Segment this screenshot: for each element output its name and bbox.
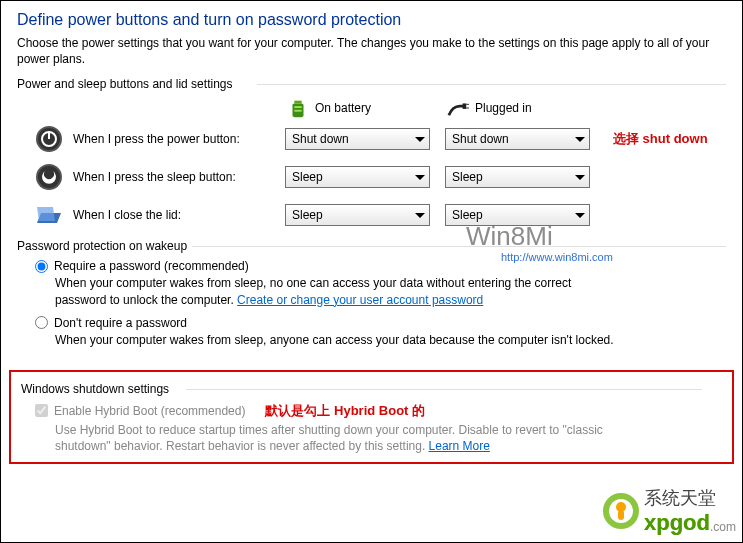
lid-battery-combo[interactable]: Sleep [285, 204, 430, 226]
chevron-down-icon [575, 137, 585, 142]
power-battery-combo[interactable]: Shut down [285, 128, 430, 150]
page-title: Define power buttons and turn on passwor… [17, 11, 726, 29]
power-plugged-combo[interactable]: Shut down [445, 128, 590, 150]
no-password-desc: When your computer wakes from sleep, any… [55, 332, 623, 348]
column-headers: On battery Plugged in [287, 97, 726, 119]
hybrid-boot-desc: Use Hybrid Boot to reduce startup times … [55, 422, 623, 454]
svg-rect-2 [294, 107, 301, 109]
hybrid-boot-checkbox[interactable] [35, 404, 48, 417]
annotation-hybrid: 默认是勾上 Hybrid Boot 的 [265, 402, 425, 420]
power-button-label: When I press the power button: [73, 132, 285, 146]
chevron-down-icon [415, 137, 425, 142]
power-button-icon [35, 125, 63, 153]
sleep-button-label: When I press the sleep button: [73, 170, 285, 184]
section-shutdown-label: Windows shutdown settings [21, 382, 722, 396]
no-password-radio[interactable] [35, 316, 48, 329]
svg-point-15 [616, 502, 626, 512]
lid-label: When I close the lid: [73, 208, 285, 222]
col-battery-label: On battery [315, 101, 371, 115]
section-buttons-label: Power and sleep buttons and lid settings [17, 77, 726, 91]
create-password-link[interactable]: Create or change your user account passw… [237, 293, 483, 307]
chevron-down-icon [415, 213, 425, 218]
lid-plugged-combo[interactable]: Sleep [445, 204, 590, 226]
learn-more-link[interactable]: Learn More [429, 439, 490, 453]
svg-rect-4 [463, 104, 467, 110]
plug-icon [447, 97, 469, 119]
svg-point-13 [603, 493, 639, 529]
svg-point-12 [38, 166, 60, 188]
require-password-radio[interactable] [35, 260, 48, 273]
chevron-down-icon [575, 175, 585, 180]
require-password-label: Require a password (recommended) [54, 259, 249, 273]
lid-icon [35, 201, 63, 229]
col-plugged-label: Plugged in [475, 101, 532, 115]
battery-icon [287, 97, 309, 119]
sleep-plugged-combo[interactable]: Sleep [445, 166, 590, 188]
svg-rect-16 [618, 510, 624, 520]
hybrid-boot-label: Enable Hybrid Boot (recommended) [54, 404, 245, 418]
svg-rect-3 [294, 110, 301, 112]
sleep-button-icon [35, 163, 63, 191]
sleep-battery-combo[interactable]: Sleep [285, 166, 430, 188]
svg-rect-0 [294, 101, 301, 104]
chevron-down-icon [415, 175, 425, 180]
chevron-down-icon [575, 213, 585, 218]
page-description: Choose the power settings that you want … [17, 35, 726, 67]
site-logo: 系统天堂 xpgod.com [602, 486, 736, 536]
no-password-label: Don't require a password [54, 316, 187, 330]
annotation-shutdown: 选择 shut down [613, 130, 708, 148]
svg-point-14 [609, 499, 633, 523]
highlight-box: Windows shutdown settings Enable Hybrid … [9, 370, 734, 464]
require-password-desc: When your computer wakes from sleep, no … [55, 275, 623, 307]
section-password-label: Password protection on wakeup [17, 239, 726, 253]
